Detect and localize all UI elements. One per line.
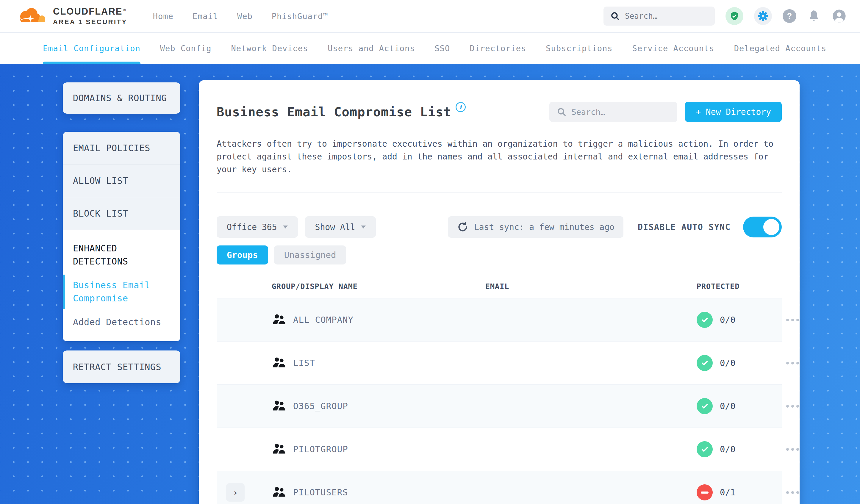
last-sync-refresh-button[interactable]: Last sync: a few minutes ago [448,216,624,238]
directory-search[interactable] [549,102,677,122]
security-status-button[interactable] [726,7,743,25]
row-menu-button[interactable] [782,444,800,455]
new-directory-button[interactable]: + New Directory [685,102,782,122]
protected-count: 0/0 [720,358,735,368]
row-menu-button[interactable] [782,358,800,369]
check-icon [700,358,710,368]
groups-table: GROUP/DISPLAY NAME EMAIL PROTECTED › ALL… [217,274,782,504]
show-filter-value: Show All [315,222,355,232]
table-row: › PILOTGROUP 0/0 [217,428,782,471]
auto-sync-label: DISABLE AUTO SYNC [638,222,731,232]
sidebar-item-retract-settings[interactable]: RETRACT SETTINGS [63,350,180,383]
sidebar-item-business-email-compromise[interactable]: Business Email Compromise [73,279,170,305]
row-menu-button[interactable] [782,487,800,498]
sync-controls-row: Office 365 Show All Last sync: a few min… [217,216,782,238]
tab-groups[interactable]: Groups [217,245,268,264]
cloudflare-cloud-icon [17,6,46,26]
group-icon [272,313,287,327]
sidebar-item-domains-routing[interactable]: DOMAINS & ROUTING [63,83,180,114]
global-search-input[interactable] [625,12,708,20]
protected-count: 0/1 [720,487,735,498]
sidebar-item-enhanced-detections[interactable]: ENHANCED DETECTIONS [73,242,170,268]
group-name: LIST [293,358,485,368]
chevron-down-icon [361,226,366,229]
check-icon [700,445,710,454]
directory-type-dropdown[interactable]: Office 365 [217,216,298,238]
group-name: O365_GROUP [293,401,485,411]
table-body: › ALL COMPANY 0/0 [217,298,782,504]
email-policies-label: EMAIL POLICIES [73,143,150,153]
row-menu-button[interactable] [782,315,800,326]
notifications-bell-icon[interactable] [807,9,821,23]
sidebar-item-added-detections[interactable]: Added Detections [73,316,170,329]
tab-unassigned[interactable]: Unassigned [274,245,346,264]
protected-count: 0/0 [720,401,735,411]
toggle-knob [763,219,779,235]
nav-home[interactable]: Home [153,12,173,21]
protected-cell: 0/0 [697,355,782,371]
directory-search-input[interactable] [571,107,670,117]
info-icon[interactable]: i [456,102,466,112]
protected-count: 0/0 [720,315,735,325]
group-icon [272,356,287,370]
protected-status-badge [697,484,713,501]
check-icon [700,315,710,325]
protected-count: 0/0 [720,444,735,454]
table-row: › O365_GROUP 0/0 [217,384,782,428]
tab-service-accounts[interactable]: Service Accounts [632,33,715,64]
settings-button[interactable] [754,7,772,25]
column-header-protected: PROTECTED [697,282,782,291]
allow-list-label: ALLOW LIST [73,175,128,186]
row-menu-button[interactable] [782,401,800,412]
refresh-icon [457,221,469,233]
header-actions: ? [603,6,847,26]
tab-directories[interactable]: Directories [470,33,526,64]
protected-cell: 0/0 [697,312,782,328]
nav-web[interactable]: Web [237,12,253,21]
tab-subscriptions[interactable]: Subscriptions [546,33,613,64]
bec-list-panel: Business Email Compromise List i + New D… [199,80,800,504]
user-avatar-icon[interactable] [831,8,847,24]
brand-trademark: ® [123,8,127,12]
sidebar-item-allow-list[interactable]: ALLOW LIST [63,164,180,197]
domains-routing-label: DOMAINS & ROUTING [73,93,167,103]
panel-description: Attackers often try to impersonate execu… [217,138,782,176]
panel-title-row: Business Email Compromise List i + New D… [217,101,782,123]
check-icon [700,401,710,411]
sidebar-section-enhanced-detections: ENHANCED DETECTIONS Business Email Compr… [63,230,180,341]
table-row: › ALL COMPANY 0/0 [217,298,782,341]
block-list-label: BLOCK LIST [73,208,128,219]
help-button[interactable]: ? [783,9,796,23]
sidebar-policies-card: EMAIL POLICIES ALLOW LIST BLOCK LIST ENH… [63,132,180,341]
section-divider [217,192,782,192]
tab-delegated-accounts[interactable]: Delegated Accounts [734,33,827,64]
nav-email[interactable]: Email [192,12,218,21]
last-sync-label: Last sync: a few minutes ago [474,222,615,232]
group-name: PILOTGROUP [293,444,485,454]
sidebar-item-email-policies[interactable]: EMAIL POLICIES [63,132,180,164]
tab-network-devices[interactable]: Network Devices [231,33,308,64]
expand-row-button[interactable]: › [226,483,245,502]
column-header-group-display-name: GROUP/DISPLAY NAME [272,282,485,291]
protected-status-badge [697,355,713,371]
view-tabs: Groups Unassigned [217,245,782,264]
show-filter-dropdown[interactable]: Show All [305,216,376,238]
question-mark-icon: ? [787,12,792,21]
protected-status-badge [697,398,713,414]
group-icon [272,486,287,499]
tab-web-config[interactable]: Web Config [160,33,212,64]
global-search[interactable] [603,6,715,26]
chevron-down-icon [283,226,288,229]
auto-sync-toggle[interactable] [743,217,782,237]
tab-users-and-actions[interactable]: Users and Actions [328,33,415,64]
protected-cell: 0/0 [697,398,782,414]
tab-email-configuration[interactable]: Email Configuration [43,33,141,64]
panel-actions: + New Directory [549,102,782,122]
workspace-background: DOMAINS & ROUTING EMAIL POLICIES ALLOW L… [0,64,860,504]
sidebar-item-block-list[interactable]: BLOCK LIST [63,197,180,230]
cloudflare-logo[interactable]: CLOUDFLARE® AREA 1 SECURITY [17,6,127,26]
top-header: CLOUDFLARE® AREA 1 SECURITY Home Email W… [0,0,860,33]
nav-phishguard[interactable]: PhishGuard™ [272,12,328,21]
tab-sso[interactable]: SSO [435,33,450,64]
retract-settings-label: RETRACT SETTINGS [73,362,161,372]
